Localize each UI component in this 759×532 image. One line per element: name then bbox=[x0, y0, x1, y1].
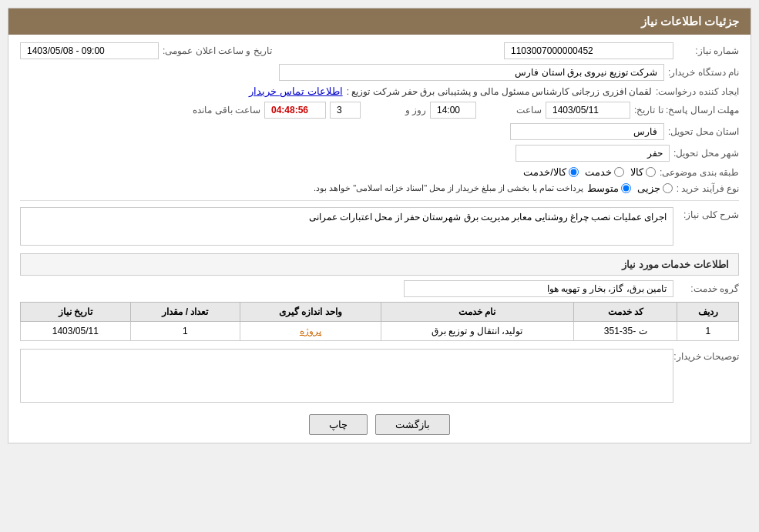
category-kala-radio[interactable] bbox=[646, 167, 656, 177]
category-khadamat-label: خدمت bbox=[585, 166, 612, 178]
response-days-label: روز و bbox=[364, 105, 426, 115]
creator-contact-link[interactable]: اطلاعات تماس خریدار bbox=[249, 85, 342, 97]
category-kala-khadamat-option[interactable]: کالا/خدمت bbox=[523, 166, 579, 178]
need-desc-value: اجرای عملیات نصب چراغ روشنایی معابر مدیر… bbox=[20, 207, 673, 246]
category-khadamat-option[interactable]: خدمت bbox=[585, 166, 624, 178]
button-area: بازگشت چاپ bbox=[20, 414, 739, 435]
back-button[interactable]: بازگشت bbox=[375, 414, 450, 435]
request-number-value: 1103007000000452 bbox=[504, 42, 673, 59]
city-value: حفر bbox=[516, 145, 670, 162]
category-kala-option[interactable]: کالا bbox=[630, 166, 656, 178]
response-remaining-label: ساعت باقی مانده bbox=[193, 105, 260, 115]
cell-count: 1 bbox=[130, 322, 240, 341]
services-header: اطلاعات خدمات مورد نیاز bbox=[20, 253, 739, 276]
col-name: نام خدمت bbox=[381, 303, 573, 322]
cell-name: تولید، انتقال و توزیع برق bbox=[381, 322, 573, 341]
province-value: فارس bbox=[510, 123, 664, 140]
creator-label: ایجاد کننده درخواست: bbox=[656, 86, 739, 97]
cell-radif: 1 bbox=[677, 322, 739, 341]
col-unit: واحد اندازه گیری bbox=[240, 303, 381, 322]
request-number-label: شماره نیاز: bbox=[677, 45, 739, 56]
col-radif: ردیف bbox=[677, 303, 739, 322]
buyer-org-value: شرکت توزیع نیروی برق استان فارس bbox=[279, 64, 664, 81]
purchase-type-label: نوع فرآیند خرید : bbox=[677, 183, 739, 194]
province-label: استان محل تحویل: bbox=[668, 126, 739, 137]
category-khadamat-radio[interactable] bbox=[614, 167, 624, 177]
need-desc-label: شرح کلی نیاز: bbox=[677, 207, 739, 220]
purchase-motavasset-option[interactable]: متوسط bbox=[587, 182, 631, 194]
category-label: طبقه بندی موضوعی: bbox=[660, 167, 739, 178]
purchase-motavasset-radio[interactable] bbox=[621, 183, 631, 193]
col-date: تاریخ نیاز bbox=[21, 303, 131, 322]
city-label: شهر محل تحویل: bbox=[673, 148, 739, 159]
response-deadline-label: مهلت ارسال پاسخ: تا تاریخ: bbox=[634, 105, 739, 115]
response-date: 1403/05/11 bbox=[546, 102, 630, 119]
creator-value: لقمان افزری زرجانی کارشناس مسئول مالی و … bbox=[347, 86, 652, 97]
service-group-label: گروه خدمت: bbox=[677, 283, 739, 294]
announce-datetime-value: 1403/05/08 - 09:00 bbox=[20, 42, 159, 59]
col-code: کد خدمت bbox=[573, 303, 677, 322]
cell-code: ت -35-351 bbox=[573, 322, 677, 341]
page-title: جزئیات اطلاعات نیاز bbox=[8, 8, 751, 35]
purchase-jozyi-option[interactable]: جزیی bbox=[637, 182, 673, 194]
category-kala-label: کالا bbox=[630, 166, 643, 178]
purchase-jozyi-label: جزیی bbox=[637, 182, 660, 194]
service-group-value: تامین برق، گاز، بخار و تهویه هوا bbox=[404, 280, 673, 297]
services-table: ردیف کد خدمت نام خدمت واحد اندازه گیری ت… bbox=[20, 302, 739, 341]
response-days: 3 bbox=[330, 102, 361, 119]
buyer-org-label: نام دستگاه خریدار: bbox=[668, 67, 739, 78]
cell-unit: پروژه bbox=[240, 322, 381, 341]
purchase-note: پرداخت تمام یا بخشی از مبلغ خریدار از مح… bbox=[314, 183, 583, 193]
purchase-jozyi-radio[interactable] bbox=[663, 183, 673, 193]
buyer-notes-label: توصیحات خریدار: bbox=[677, 349, 739, 362]
cell-date: 1403/05/11 bbox=[21, 322, 131, 341]
response-time-label: ساعت bbox=[480, 105, 542, 115]
response-remaining: 04:48:56 bbox=[264, 102, 326, 119]
category-kala-khadamat-radio[interactable] bbox=[569, 167, 579, 177]
announce-datetime-label: تاریخ و ساعت اعلان عمومی: bbox=[163, 45, 272, 56]
buyer-notes-textarea[interactable] bbox=[20, 349, 673, 403]
table-row: 1 ت -35-351 تولید، انتقال و توزیع برق پر… bbox=[21, 322, 739, 341]
print-button[interactable]: چاپ bbox=[309, 414, 368, 435]
category-kala-khadamat-label: کالا/خدمت bbox=[523, 166, 566, 178]
response-time: 14:00 bbox=[430, 102, 476, 119]
col-count: تعداد / مقدار bbox=[130, 303, 240, 322]
purchase-motavasset-label: متوسط bbox=[587, 182, 619, 194]
